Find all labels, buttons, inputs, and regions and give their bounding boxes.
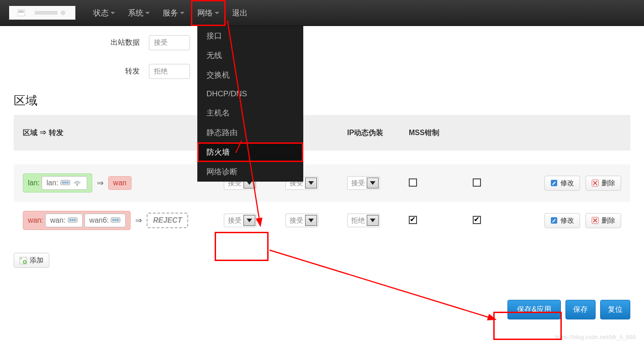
masquerading-checkbox[interactable] xyxy=(409,216,417,224)
outbound-select[interactable]: 接受 xyxy=(149,35,190,50)
nav-label: 网络 xyxy=(197,8,213,18)
nav-system[interactable]: 系统 xyxy=(121,0,156,26)
delete-button[interactable]: 删除 xyxy=(586,213,621,228)
zone-row: wan: wan: wan6: ⇒ REJECT 接受 接受 拒绝 xyxy=(14,202,630,239)
svg-rect-10 xyxy=(18,10,24,13)
iface-name: wan: xyxy=(50,216,66,225)
reset-button[interactable]: 复位 xyxy=(600,300,630,319)
btn-label: 删除 xyxy=(602,179,615,188)
ethernet-icon xyxy=(111,217,121,224)
input-policy-select[interactable]: 接受 xyxy=(224,214,257,227)
zone-dst-badge: wan xyxy=(108,176,132,190)
nav-logout[interactable]: 退出 xyxy=(226,0,254,26)
svg-point-12 xyxy=(61,10,65,15)
select-value: 接受 xyxy=(351,179,365,188)
mss-clamp-checkbox[interactable] xyxy=(473,216,481,224)
select-value: 接受 xyxy=(228,216,242,225)
dropdown-switch[interactable]: 交换机 xyxy=(197,65,303,85)
svg-rect-11 xyxy=(35,11,58,15)
top-navbar: 状态 系统 服务 网络 退出 xyxy=(0,0,644,26)
caret-down-icon xyxy=(243,215,255,226)
delete-icon xyxy=(591,179,599,187)
zone-src-label: lan: xyxy=(28,179,40,187)
delete-icon xyxy=(591,217,599,224)
save-apply-button[interactable]: 保存&应用 xyxy=(507,300,561,319)
ethernet-icon xyxy=(60,179,70,187)
brand-logo xyxy=(9,6,75,20)
nav-label: 状态 xyxy=(93,8,109,18)
zone-src-badge: lan: lan: xyxy=(23,173,92,193)
caret-down-icon xyxy=(145,12,150,14)
nav-services[interactable]: 服务 xyxy=(156,0,191,26)
caret-down-icon xyxy=(305,215,317,226)
caret-down-icon xyxy=(180,12,185,14)
dropdown-wireless[interactable]: 无线 xyxy=(197,46,303,65)
iface-badge: wan: xyxy=(45,214,83,227)
zone-src-label: wan: xyxy=(28,216,43,225)
nav-label: 退出 xyxy=(232,8,248,18)
nav-network[interactable]: 网络 xyxy=(191,0,226,26)
caret-down-icon xyxy=(305,178,317,188)
dropdown-dhcpdns[interactable]: DHCP/DNS xyxy=(197,85,303,103)
dropdown-firewall[interactable]: 防火墙 xyxy=(197,142,303,162)
nav-label: 系统 xyxy=(128,8,143,18)
btn-label: 删除 xyxy=(602,216,615,225)
masquerading-checkbox[interactable] xyxy=(409,178,417,187)
edit-button[interactable]: 修改 xyxy=(544,176,580,191)
edit-button[interactable]: 修改 xyxy=(544,213,580,228)
nav-status[interactable]: 状态 xyxy=(87,0,121,26)
hdr-mss: MSS钳制 xyxy=(409,128,473,138)
select-value: 接受 xyxy=(290,216,303,225)
edit-icon xyxy=(550,217,558,224)
wifi-icon xyxy=(72,179,82,187)
forward-label: 转发 xyxy=(14,67,149,76)
caret-down-icon xyxy=(215,12,219,14)
iface-badge: lan: xyxy=(42,176,87,190)
dropdown-diagnostics[interactable]: 网络诊断 xyxy=(197,162,303,182)
edit-icon xyxy=(550,179,558,187)
iface-badge: wan6: xyxy=(84,214,126,227)
add-icon xyxy=(20,257,27,264)
btn-label: 修改 xyxy=(560,216,574,225)
iface-name: lan: xyxy=(47,179,58,187)
btn-label: 修改 xyxy=(560,179,574,188)
hdr-zone: 区域 ⇒ 转发 xyxy=(23,128,224,138)
forward-policy-select[interactable]: 接受 xyxy=(347,176,380,190)
dropdown-static-routes[interactable]: 静态路由 xyxy=(197,123,303,142)
arrow-icon: ⇒ xyxy=(133,215,144,225)
hdr-masq: IP动态伪装 xyxy=(347,128,409,138)
dropdown-hostnames[interactable]: 主机名 xyxy=(197,103,303,123)
watermark: https://blog.csdn.net/Mr_li_666 xyxy=(555,334,636,340)
forward-policy-select[interactable]: 拒绝 xyxy=(347,214,380,227)
forward-select[interactable]: 拒绝 xyxy=(149,64,190,79)
select-value: 拒绝 xyxy=(154,67,168,76)
dropdown-interfaces[interactable]: 接口 xyxy=(197,26,303,46)
zone-dst-reject: REJECT xyxy=(147,213,188,228)
output-policy-select[interactable]: 接受 xyxy=(285,214,318,227)
select-value: 接受 xyxy=(154,38,168,47)
zones-title: 区域 xyxy=(14,93,630,109)
add-button[interactable]: 添加 xyxy=(14,253,49,268)
caret-down-icon xyxy=(367,215,379,226)
caret-down-icon xyxy=(111,12,115,14)
arrow-icon: ⇒ xyxy=(95,178,106,188)
select-value: 拒绝 xyxy=(351,216,365,225)
zone-row: lan: lan: ⇒ wan 接受 接受 接受 修改 删除 xyxy=(14,164,630,202)
nav-label: 服务 xyxy=(163,8,178,18)
zone-src-badge: wan: wan: wan6: xyxy=(23,211,131,230)
mss-clamp-checkbox[interactable] xyxy=(473,178,481,187)
zone-table-header: 区域 ⇒ 转发 数据 转发 IP动态伪装 MSS钳制 xyxy=(14,115,630,151)
btn-label: 添加 xyxy=(30,256,43,265)
caret-down-icon xyxy=(367,178,379,188)
save-button[interactable]: 保存 xyxy=(565,300,596,319)
network-dropdown: 接口 无线 交换机 DHCP/DNS 主机名 静态路由 防火墙 网络诊断 xyxy=(197,26,303,182)
ethernet-icon xyxy=(68,217,78,224)
outbound-label: 出站数据 xyxy=(14,38,149,47)
delete-button[interactable]: 删除 xyxy=(586,176,621,191)
iface-name: wan6: xyxy=(90,216,109,225)
